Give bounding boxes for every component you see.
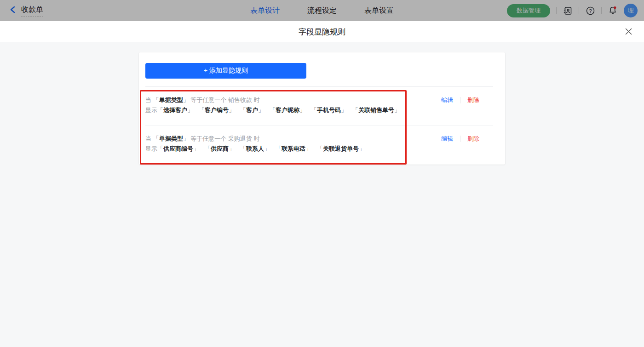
notification-dot [614,6,616,9]
rule-text: 当 「单据类型」 等于任意一个 采购退货 时 显示「供应商编号」「供应商」「联系… [145,134,365,154]
back-chevron-icon [9,6,17,16]
action-separator [460,136,460,142]
rule-text: 当 「单据类型」 等于任意一个 销售收款 时 显示「选择客户」「客户编号」「客户… [145,95,400,115]
rule-condition: 当 「单据类型」 等于任意一个 采购退货 时 [145,134,365,144]
form-title[interactable]: 收款单 [21,5,43,17]
data-manage-button[interactable]: 数据管理 [507,4,550,17]
edit-rule-link[interactable]: 编辑 [441,134,453,144]
action-separator [460,97,460,103]
edit-rule-link[interactable]: 编辑 [441,95,453,105]
back-button[interactable] [9,6,17,16]
rules-card: + 添加显隐规则 当 「单据类型」 等于任意一个 销售收款 时 显示「选择客户」… [139,52,505,165]
rule-actions: 编辑 删除 [441,134,493,144]
tab-form-design[interactable]: 表单设计 [250,6,280,16]
rule-show-fields: 显示「供应商编号」「供应商」「联系人」「联系电话」「关联退货单号」 [145,144,365,154]
topbar-separator [601,7,602,14]
delete-rule-link[interactable]: 删除 [467,134,479,144]
help-icon[interactable]: ? [585,6,595,16]
notification-bell-icon[interactable] [608,6,618,16]
close-icon[interactable] [624,27,633,36]
rule-row: 当 「单据类型」 等于任意一个 采购退货 时 显示「供应商编号」「供应商」「联系… [145,125,493,164]
rule-actions: 编辑 删除 [441,95,493,105]
avatar[interactable]: 理 [624,4,638,17]
rule-condition: 当 「单据类型」 等于任意一个 销售收款 时 [145,95,400,105]
tab-form-settings[interactable]: 表单设置 [364,6,394,16]
topbar-separator [556,7,557,14]
svg-text:?: ? [589,8,592,13]
delete-rule-link[interactable]: 删除 [467,95,479,105]
rule-row: 当 「单据类型」 等于任意一个 销售收款 时 显示「选择客户」「客户编号」「客户… [145,86,493,125]
topbar: 收款单 表单设计 流程设定 表单设置 数据管理 ? [0,0,644,21]
topbar-separator [579,7,579,14]
add-rule-button[interactable]: + 添加显隐规则 [145,63,306,79]
panel-title: 字段显隐规则 [299,26,345,37]
rule-show-fields: 显示「选择客户」「客户编号」「客户」「客户昵称」「手机号码」「关联销售单号」 [145,105,400,115]
rules-list: 当 「单据类型」 等于任意一个 销售收款 时 显示「选择客户」「客户编号」「客户… [145,86,493,164]
tab-flow-settings[interactable]: 流程设定 [307,6,337,16]
address-book-icon[interactable] [563,6,573,16]
panel-header: 字段显隐规则 [0,21,644,42]
